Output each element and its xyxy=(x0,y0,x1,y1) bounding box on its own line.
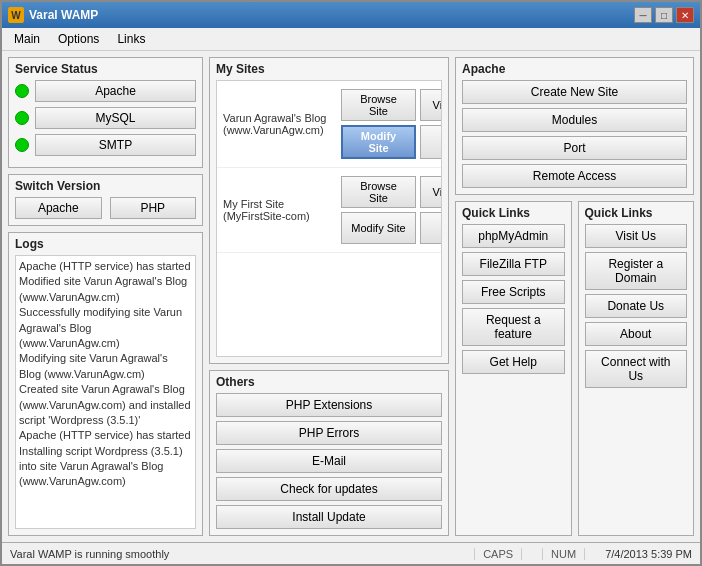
my-sites-label: My Sites xyxy=(216,62,442,76)
site-2-modify-button[interactable]: Modify Site xyxy=(341,212,416,244)
sites-scroll-area[interactable]: Varun Agrawal's Blog (www.VarunAgw.cm) B… xyxy=(216,80,442,357)
menu-options[interactable]: Options xyxy=(50,30,107,48)
site-2-entry: My First Site (MyFirstSite-com) Browse S… xyxy=(217,168,441,253)
modules-button[interactable]: Modules xyxy=(462,108,687,132)
others-panel: Others PHP Extensions PHP Errors E-Mail … xyxy=(209,370,449,536)
column-1: Service Status Apache MySQL SMTP Switch … xyxy=(8,57,203,536)
app-icon: W xyxy=(8,7,24,23)
menu-bar: Main Options Links xyxy=(2,28,700,51)
quick-links-1-panel: Quick Links phpMyAdmin FileZilla FTP Fre… xyxy=(455,201,572,536)
close-button[interactable]: ✕ xyxy=(676,7,694,23)
donate-button[interactable]: Donate Us xyxy=(585,294,688,318)
site-2-browse-button[interactable]: Browse Site xyxy=(341,176,416,208)
title-controls: ─ □ ✕ xyxy=(634,7,694,23)
site-1-row-2: Modify Site Install Script xyxy=(341,125,442,159)
connect-with-us-button[interactable]: Connect with Us xyxy=(585,350,688,388)
apache-label: Apache xyxy=(462,62,687,76)
site-1-browse-button[interactable]: Browse Site xyxy=(341,89,416,121)
about-button[interactable]: About xyxy=(585,322,688,346)
smtp-service-button[interactable]: SMTP xyxy=(35,134,196,156)
status-bar: Varal WAMP is running smoothly CAPS NUM … xyxy=(2,542,700,564)
apache-panel: Apache Create New Site Modules Port Remo… xyxy=(455,57,694,195)
register-domain-button[interactable]: Register a Domain xyxy=(585,252,688,290)
maximize-button[interactable]: □ xyxy=(655,7,673,23)
quick-links-2-buttons: Visit Us Register a Domain Donate Us Abo… xyxy=(585,224,688,388)
install-update-button[interactable]: Install Update xyxy=(216,505,442,529)
site-2-buttons: Browse Site View Files Modify Site Insta… xyxy=(341,176,442,244)
site-1-name: Varun Agrawal's Blog (www.VarunAgw.cm) xyxy=(223,112,333,136)
site-2-install-button[interactable]: Install Script xyxy=(420,212,442,244)
switch-apache-button[interactable]: Apache xyxy=(15,197,102,219)
site-2-row-1: Browse Site View Files xyxy=(341,176,442,208)
logs-label: Logs xyxy=(15,237,196,251)
smtp-status-dot xyxy=(15,138,29,152)
site-2-row-2: Modify Site Install Script xyxy=(341,212,442,244)
caps-indicator: CAPS xyxy=(474,548,522,560)
quick-links-2-panel: Quick Links Visit Us Register a Domain D… xyxy=(578,201,695,536)
mysql-status-dot xyxy=(15,111,29,125)
switch-version-panel: Switch Version Apache PHP xyxy=(8,174,203,226)
window-title: Varal WAMP xyxy=(29,8,98,22)
my-sites-panel: My Sites Varun Agrawal's Blog (www.Varun… xyxy=(209,57,449,364)
site-1-buttons: Browse Site View Files Modify Site Insta… xyxy=(341,89,442,159)
others-buttons: PHP Extensions PHP Errors E-Mail Check f… xyxy=(216,393,442,529)
free-scripts-button[interactable]: Free Scripts xyxy=(462,280,565,304)
site-1-viewfiles-button[interactable]: View Files xyxy=(420,89,442,121)
service-status-label: Service Status xyxy=(15,62,196,76)
site-1-entry: Varun Agrawal's Blog (www.VarunAgw.cm) B… xyxy=(217,81,441,168)
apache-buttons: Create New Site Modules Port Remote Acce… xyxy=(462,80,687,188)
php-extensions-button[interactable]: PHP Extensions xyxy=(216,393,442,417)
quick-links-1-buttons: phpMyAdmin FileZilla FTP Free Scripts Re… xyxy=(462,224,565,374)
switch-version-label: Switch Version xyxy=(15,179,196,193)
others-label: Others xyxy=(216,375,442,389)
title-bar-left: W Varal WAMP xyxy=(8,7,98,23)
site-2-name: My First Site (MyFirstSite-com) xyxy=(223,198,333,222)
request-feature-button[interactable]: Request a feature xyxy=(462,308,565,346)
service-smtp-row: SMTP xyxy=(15,134,196,156)
quick-links-2-label: Quick Links xyxy=(585,206,688,220)
site-1-row-1: Browse Site View Files xyxy=(341,89,442,121)
switch-php-button[interactable]: PHP xyxy=(110,197,197,219)
logs-panel: Logs Apache (HTTP service) has started M… xyxy=(8,232,203,536)
switch-version-row: Apache PHP xyxy=(15,197,196,219)
service-apache-row: Apache xyxy=(15,80,196,102)
php-errors-button[interactable]: PHP Errors xyxy=(216,421,442,445)
visit-us-button[interactable]: Visit Us xyxy=(585,224,688,248)
check-updates-button[interactable]: Check for updates xyxy=(216,477,442,501)
content-area: Service Status Apache MySQL SMTP Switch … xyxy=(2,51,700,542)
service-status-panel: Service Status Apache MySQL SMTP xyxy=(8,57,203,168)
column-3: Apache Create New Site Modules Port Remo… xyxy=(455,57,694,536)
service-mysql-row: MySQL xyxy=(15,107,196,129)
email-button[interactable]: E-Mail xyxy=(216,449,442,473)
apache-service-button[interactable]: Apache xyxy=(35,80,196,102)
site-2-viewfiles-button[interactable]: View Files xyxy=(420,176,442,208)
menu-links[interactable]: Links xyxy=(109,30,153,48)
apache-status-dot xyxy=(15,84,29,98)
main-window: W Varal WAMP ─ □ ✕ Main Options Links Se… xyxy=(0,0,702,566)
mysql-service-button[interactable]: MySQL xyxy=(35,107,196,129)
title-bar: W Varal WAMP ─ □ ✕ xyxy=(2,2,700,28)
num-indicator: NUM xyxy=(542,548,585,560)
logs-content[interactable]: Apache (HTTP service) has started Modifi… xyxy=(15,255,196,529)
site-1-modify-button[interactable]: Modify Site xyxy=(341,125,416,159)
menu-main[interactable]: Main xyxy=(6,30,48,48)
quick-links-area: Quick Links phpMyAdmin FileZilla FTP Fre… xyxy=(455,201,694,536)
status-datetime: 7/4/2013 5:39 PM xyxy=(605,548,692,560)
phpmyadmin-button[interactable]: phpMyAdmin xyxy=(462,224,565,248)
status-text: Varal WAMP is running smoothly xyxy=(10,548,454,560)
site-1-install-button[interactable]: Install Script xyxy=(420,125,442,159)
remote-access-button[interactable]: Remote Access xyxy=(462,164,687,188)
create-new-site-button[interactable]: Create New Site xyxy=(462,80,687,104)
minimize-button[interactable]: ─ xyxy=(634,7,652,23)
quick-links-1-label: Quick Links xyxy=(462,206,565,220)
get-help-button[interactable]: Get Help xyxy=(462,350,565,374)
column-2: My Sites Varun Agrawal's Blog (www.Varun… xyxy=(209,57,449,536)
filezilla-ftp-button[interactable]: FileZilla FTP xyxy=(462,252,565,276)
port-button[interactable]: Port xyxy=(462,136,687,160)
